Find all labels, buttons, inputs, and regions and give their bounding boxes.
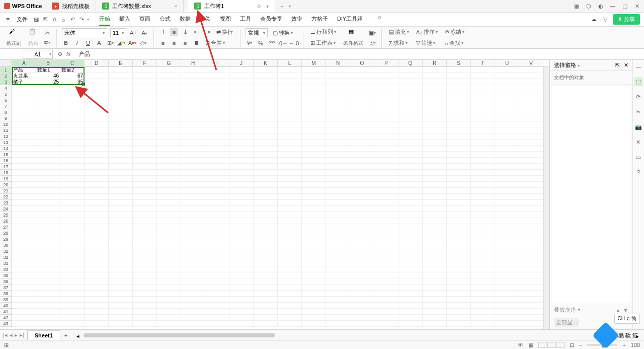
cell-A31[interactable] — [12, 248, 36, 254]
row-header-9[interactable]: 9 — [0, 115, 12, 121]
cell-N40[interactable] — [326, 303, 350, 309]
cell-V40[interactable] — [519, 303, 543, 309]
cell-E23[interactable] — [109, 200, 133, 206]
cell-R5[interactable] — [423, 91, 447, 97]
bold-button[interactable]: B — [62, 39, 70, 47]
cell-O41[interactable] — [350, 309, 374, 315]
cell-L19[interactable] — [278, 176, 302, 182]
cell-I34[interactable] — [205, 266, 229, 272]
cell-V20[interactable] — [519, 182, 543, 188]
cell-D21[interactable] — [85, 188, 109, 194]
cell-G34[interactable] — [157, 266, 181, 272]
cell-F23[interactable] — [133, 200, 157, 206]
cell-A16[interactable] — [12, 158, 36, 164]
cell-N5[interactable] — [326, 91, 350, 97]
cell-L18[interactable] — [278, 170, 302, 176]
cell-V30[interactable] — [519, 242, 543, 248]
cell-T35[interactable] — [471, 272, 495, 278]
cell-A40[interactable] — [12, 303, 36, 309]
cell-G38[interactable] — [157, 291, 181, 297]
cell-M25[interactable] — [302, 212, 326, 218]
cell-P39[interactable] — [374, 297, 398, 303]
fill-color-button[interactable]: ◢▾ — [117, 39, 125, 47]
clip-icon[interactable]: ✂ — [634, 107, 643, 116]
cell-K34[interactable] — [254, 266, 278, 272]
cell-A37[interactable] — [12, 285, 36, 291]
cell-A32[interactable] — [12, 254, 36, 260]
cell-S38[interactable] — [447, 291, 471, 297]
cell-R17[interactable] — [423, 164, 447, 170]
pin-icon[interactable]: ⇱ — [615, 62, 620, 68]
col-header-C[interactable]: C — [60, 60, 85, 66]
cell-R37[interactable] — [423, 285, 447, 291]
grid-icon[interactable]: ▦ — [528, 342, 533, 348]
cell-K13[interactable] — [254, 139, 278, 146]
cell-F25[interactable] — [133, 212, 157, 218]
cell-D16[interactable] — [85, 158, 109, 164]
cell-A23[interactable] — [12, 200, 36, 206]
cell-P16[interactable] — [374, 158, 398, 164]
cell-F19[interactable] — [133, 176, 157, 182]
cell-U3[interactable] — [495, 79, 519, 85]
row-header-11[interactable]: 11 — [0, 127, 12, 133]
cell-L2[interactable] — [278, 73, 302, 79]
cell-P2[interactable] — [374, 73, 398, 79]
cell-U38[interactable] — [495, 291, 519, 297]
cell-Q10[interactable] — [398, 121, 423, 127]
cell-F13[interactable] — [133, 139, 157, 146]
cell-G31[interactable] — [157, 248, 181, 254]
cell-N20[interactable] — [326, 182, 350, 188]
cell-H16[interactable] — [181, 158, 205, 164]
cell-G17[interactable] — [157, 164, 181, 170]
cell-O32[interactable] — [350, 254, 374, 260]
cell-D2[interactable] — [85, 73, 109, 79]
cell-B31[interactable] — [36, 248, 60, 254]
cell-C4[interactable] — [60, 85, 85, 91]
cell-C6[interactable] — [60, 97, 85, 103]
cell-U6[interactable] — [495, 97, 519, 103]
cell-V33[interactable] — [519, 260, 543, 266]
cell-R35[interactable] — [423, 272, 447, 278]
cell-H18[interactable] — [181, 170, 205, 176]
cell-B12[interactable] — [36, 133, 60, 139]
cell-G18[interactable] — [157, 170, 181, 176]
find-button[interactable]: ⌕查找▾ — [443, 38, 466, 48]
row-header-41[interactable]: 41 — [0, 309, 12, 315]
cell-D3[interactable] — [85, 79, 109, 85]
cell-I22[interactable] — [205, 194, 229, 200]
align-top-icon[interactable]: ⤒ — [159, 28, 167, 36]
cell-R39[interactable] — [423, 297, 447, 303]
cell-G24[interactable] — [157, 206, 181, 212]
cell-M17[interactable] — [302, 164, 326, 170]
cell-G41[interactable] — [157, 309, 181, 315]
select-tool-icon[interactable]: ⬚ — [634, 77, 643, 86]
cell-C42[interactable] — [60, 315, 85, 321]
cell-A13[interactable] — [12, 139, 36, 146]
cell-L42[interactable] — [278, 315, 302, 321]
cell-K32[interactable] — [254, 254, 278, 260]
cell-I36[interactable] — [205, 278, 229, 285]
cell-U8[interactable] — [495, 109, 519, 115]
cell-K38[interactable] — [254, 291, 278, 297]
cell-C43[interactable] — [60, 321, 85, 327]
cell-E32[interactable] — [109, 254, 133, 260]
cell-C17[interactable] — [60, 164, 85, 170]
cell-D19[interactable] — [85, 176, 109, 182]
cell-V26[interactable] — [519, 218, 543, 224]
cell-C19[interactable] — [60, 176, 85, 182]
cell-V27[interactable] — [519, 224, 543, 230]
row-header-31[interactable]: 31 — [0, 248, 12, 254]
cell-L15[interactable] — [278, 152, 302, 158]
cell-L16[interactable] — [278, 158, 302, 164]
cell-E14[interactable] — [109, 146, 133, 152]
cell-O21[interactable] — [350, 188, 374, 194]
cell-K36[interactable] — [254, 278, 278, 285]
cell-N35[interactable] — [326, 272, 350, 278]
cell-Q34[interactable] — [398, 266, 423, 272]
row-header-13[interactable]: 13 — [0, 139, 12, 146]
cell-K22[interactable] — [254, 194, 278, 200]
cell-J27[interactable] — [229, 224, 254, 230]
indent-left-icon[interactable]: ⇤ — [192, 28, 200, 36]
cell-D10[interactable] — [85, 121, 109, 127]
cell-H10[interactable] — [181, 121, 205, 127]
